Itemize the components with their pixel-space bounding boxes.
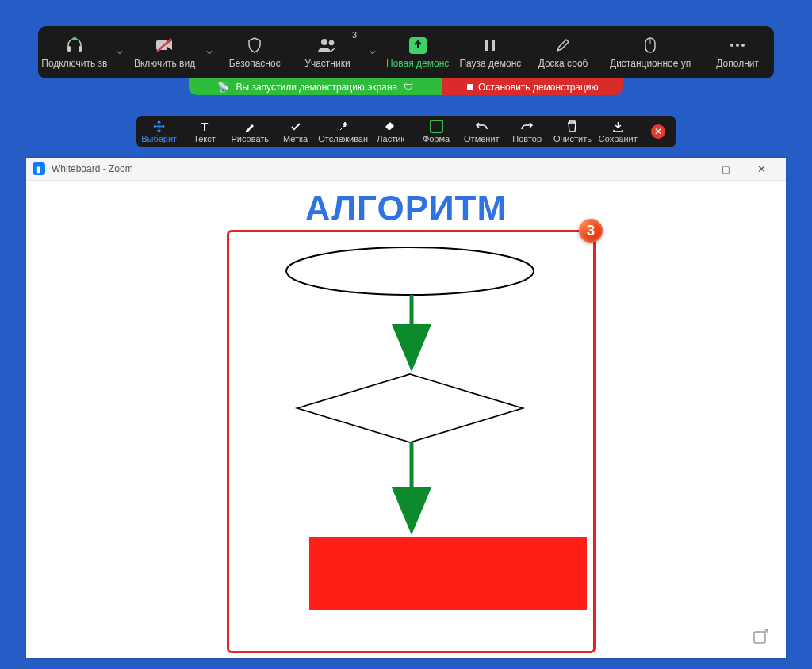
- tool-text[interactable]: T Текст: [182, 116, 227, 147]
- whiteboard-window: ▮ Whiteboard - Zoom — ◻ ✕ АЛГОРИТМ: [26, 158, 786, 658]
- sharing-status[interactable]: 📡 Вы запустили демонстрацию экрана 🛡: [189, 78, 442, 95]
- shield-check-icon: 🛡: [404, 82, 413, 93]
- canvas-export-icon[interactable]: [753, 629, 768, 648]
- app-stage: Подключить зв Включить вид Безопаснос 3 …: [0, 0, 812, 669]
- pause-share-label: Пауза демонс: [459, 58, 521, 69]
- tool-undo-label: Отменит: [464, 134, 500, 143]
- tool-eraser-label: Ластик: [377, 134, 404, 143]
- svg-point-11: [736, 44, 739, 47]
- tool-eraser[interactable]: Ластик: [368, 116, 413, 147]
- svg-rect-14: [754, 632, 765, 643]
- maximize-button[interactable]: ◻: [708, 158, 744, 180]
- check-icon: [290, 120, 301, 133]
- headphones-icon: [66, 36, 83, 55]
- annotation-toolbar: Выберит T Текст Рисовать Метка Отслежива…: [136, 116, 676, 147]
- more-label: Дополнит: [716, 58, 759, 69]
- sharing-status-text: Вы запустили демонстрацию экрана: [236, 82, 397, 93]
- tool-format-label: Форма: [423, 134, 450, 143]
- eraser-icon: [385, 120, 396, 133]
- svg-rect-0: [67, 46, 71, 52]
- new-share-button[interactable]: Новая демонс: [381, 26, 454, 78]
- close-icon: ✕: [651, 124, 665, 139]
- tool-clear[interactable]: Очистить: [550, 116, 595, 147]
- tool-undo[interactable]: Отменит: [459, 116, 504, 147]
- video-label: Включить вид: [134, 58, 195, 69]
- tool-redo[interactable]: Повтор: [504, 116, 550, 147]
- pause-share-button[interactable]: Пауза демонс: [454, 26, 527, 78]
- shield-icon: [247, 36, 262, 55]
- new-share-label: Новая демонс: [386, 58, 449, 69]
- svg-rect-7: [492, 40, 495, 51]
- tool-stamp-label: Метка: [283, 134, 308, 143]
- tool-spotlight-label: Отслеживан: [318, 134, 368, 143]
- selection-rectangle: [227, 230, 596, 653]
- svg-point-5: [329, 40, 335, 46]
- wand-icon: [338, 120, 349, 133]
- pencil-icon: [556, 36, 570, 55]
- camera-off-icon: [155, 36, 174, 55]
- svg-point-10: [730, 44, 733, 47]
- tool-format[interactable]: Форма: [413, 116, 458, 147]
- tool-select[interactable]: Выберит: [136, 116, 182, 147]
- close-button[interactable]: ✕: [744, 158, 779, 180]
- audio-label: Подключить зв: [41, 58, 107, 69]
- zoom-logo-icon: ▮: [33, 162, 45, 175]
- security-button[interactable]: Безопаснос: [218, 26, 291, 78]
- svg-point-4: [321, 39, 327, 45]
- sharing-banner: 📡 Вы запустили демонстрацию экрана 🛡 Ост…: [189, 78, 623, 95]
- stop-share-button[interactable]: Остановить демонстрацию: [442, 78, 623, 95]
- meeting-toolbar: Подключить зв Включить вид Безопаснос 3 …: [38, 26, 774, 78]
- whiteboard-titlebar[interactable]: ▮ Whiteboard - Zoom — ◻ ✕: [26, 158, 786, 181]
- tool-save[interactable]: Сохранит: [596, 116, 641, 147]
- draw-icon: [244, 120, 255, 133]
- svg-rect-1: [79, 46, 82, 52]
- participants-button[interactable]: 3 Участники: [291, 26, 364, 78]
- format-square-icon: [430, 120, 443, 133]
- audio-chevron[interactable]: [111, 26, 128, 78]
- participants-chevron[interactable]: [364, 26, 381, 78]
- minimize-button[interactable]: —: [672, 158, 708, 180]
- remote-button[interactable]: Дистанционное уп: [599, 26, 701, 78]
- text-icon: T: [201, 120, 209, 133]
- video-button[interactable]: Включить вид: [128, 26, 201, 78]
- undo-icon: [476, 120, 488, 133]
- tool-clear-label: Очистить: [553, 134, 592, 143]
- share-mini-icon: 📡: [217, 82, 229, 93]
- video-chevron[interactable]: [201, 26, 218, 78]
- tool-spotlight[interactable]: Отслеживан: [318, 116, 368, 147]
- mouse-icon: [645, 36, 656, 55]
- tool-draw-label: Рисовать: [231, 134, 269, 143]
- board-label: Доска сооб: [538, 58, 588, 69]
- tool-redo-label: Повтор: [512, 134, 542, 143]
- tool-stamp[interactable]: Метка: [273, 116, 318, 147]
- participants-label: Участники: [304, 58, 350, 69]
- download-icon: [612, 120, 624, 133]
- tool-select-label: Выберит: [141, 134, 177, 143]
- whiteboard-title: Whiteboard - Zoom: [52, 163, 133, 174]
- trash-icon: [567, 120, 577, 133]
- tool-save-label: Сохранит: [599, 134, 638, 143]
- more-button[interactable]: Дополнит: [701, 26, 774, 78]
- remote-label: Дистанционное уп: [610, 58, 691, 69]
- security-label: Безопаснос: [229, 58, 281, 69]
- window-controls: — ◻ ✕: [672, 158, 779, 180]
- callout-badge: 3: [579, 219, 603, 243]
- redo-icon: [521, 120, 533, 133]
- ellipsis-icon: [730, 36, 745, 55]
- whiteboard-canvas[interactable]: АЛГОРИТМ 3: [26, 181, 786, 658]
- participants-count: 3: [352, 30, 357, 40]
- tool-draw[interactable]: Рисовать: [228, 116, 273, 147]
- tool-text-label: Текст: [193, 134, 216, 143]
- audio-button[interactable]: Подключить зв: [38, 26, 111, 78]
- stop-icon: [467, 84, 473, 90]
- move-icon: [153, 120, 165, 133]
- pause-icon: [485, 36, 496, 55]
- people-icon: [317, 36, 338, 55]
- svg-point-12: [741, 44, 745, 47]
- annotation-close[interactable]: ✕: [641, 116, 676, 147]
- board-button[interactable]: Доска сооб: [527, 26, 599, 78]
- share-up-icon: [409, 36, 427, 55]
- stop-share-text: Остановить демонстрацию: [478, 82, 598, 93]
- svg-rect-6: [485, 40, 488, 51]
